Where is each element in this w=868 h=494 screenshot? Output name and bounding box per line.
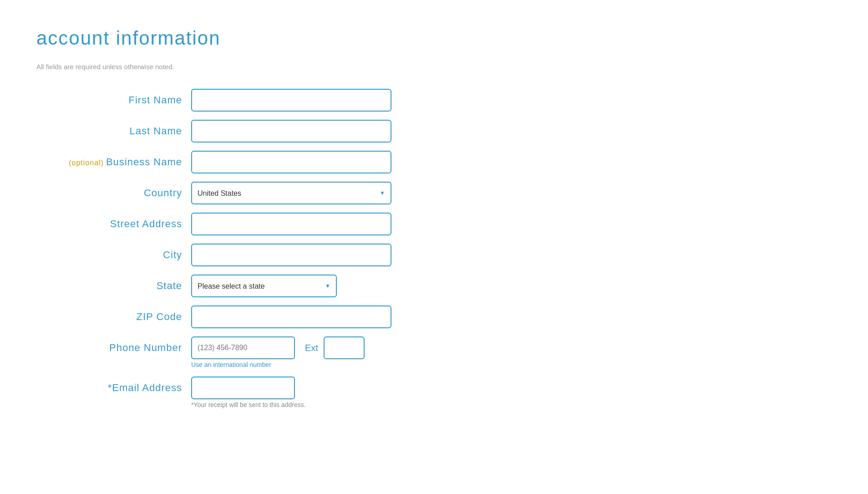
state-select-wrapper: Please select a state Alabama Alaska Ari… <box>191 275 337 297</box>
phone-number-label: Phone Number <box>36 342 191 354</box>
phone-input-wrapper <box>191 336 295 359</box>
business-name-field <box>191 151 391 173</box>
street-address-field <box>191 213 391 235</box>
ext-input[interactable] <box>324 336 365 359</box>
city-input[interactable] <box>191 244 391 266</box>
zip-code-field <box>191 306 391 328</box>
phone-number-input[interactable] <box>191 336 295 359</box>
last-name-label: Last Name <box>36 125 191 137</box>
email-address-field <box>191 377 295 399</box>
last-name-input[interactable] <box>191 120 391 143</box>
phone-hint: Use an international number <box>191 361 271 368</box>
street-address-row: Street Address <box>36 213 492 235</box>
zip-code-input[interactable] <box>191 306 391 328</box>
country-row: Country United States Canada United King… <box>36 182 492 204</box>
page-title: account information <box>36 27 832 49</box>
city-label: City <box>36 249 191 261</box>
optional-tag: (optional) <box>69 159 104 167</box>
city-field <box>191 244 391 266</box>
business-name-row: (optional)Business Name <box>36 151 492 173</box>
email-address-row: *Email Address *Your receipt will be sen… <box>36 377 492 408</box>
state-label: State <box>36 280 191 292</box>
email-address-input[interactable] <box>191 377 295 399</box>
business-name-label: (optional)Business Name <box>36 156 191 168</box>
account-form: First Name Last Name (optional)Business … <box>36 89 492 408</box>
country-select[interactable]: United States Canada United Kingdom Aust… <box>191 182 391 204</box>
email-receipt-hint: *Your receipt will be sent to this addre… <box>191 401 306 408</box>
phone-fields-group: Ext <box>191 336 365 359</box>
last-name-field <box>191 120 391 143</box>
street-address-input[interactable] <box>191 213 391 235</box>
ext-label: Ext <box>305 343 318 353</box>
street-address-label: Street Address <box>36 218 191 230</box>
country-select-wrapper: United States Canada United Kingdom Aust… <box>191 182 391 204</box>
state-row: State Please select a state Alabama Alas… <box>36 275 492 297</box>
zip-code-row: ZIP Code <box>36 306 492 328</box>
phone-number-row: Phone Number Ext Use an international nu… <box>36 336 492 368</box>
country-label: Country <box>36 187 191 199</box>
business-name-input[interactable] <box>191 151 391 173</box>
first-name-label: First Name <box>36 94 191 106</box>
first-name-field <box>191 89 391 112</box>
state-select[interactable]: Please select a state Alabama Alaska Ari… <box>191 275 337 297</box>
last-name-row: Last Name <box>36 120 492 143</box>
form-subtitle: All fields are required unless otherwise… <box>36 63 832 71</box>
city-row: City <box>36 244 492 266</box>
zip-code-label: ZIP Code <box>36 311 191 323</box>
ext-input-wrapper <box>324 336 365 359</box>
email-address-label: *Email Address <box>36 382 191 394</box>
first-name-input[interactable] <box>191 89 391 112</box>
first-name-row: First Name <box>36 89 492 112</box>
